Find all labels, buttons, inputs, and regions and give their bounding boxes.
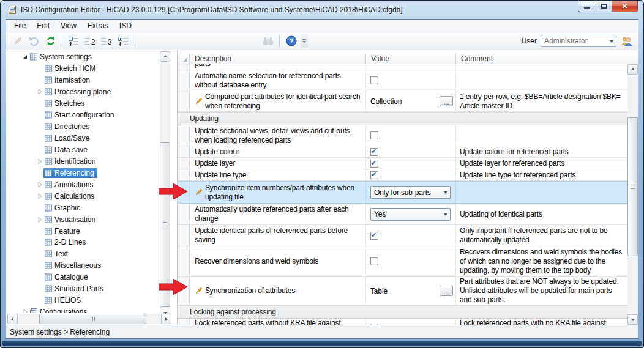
- checkbox-unchecked[interactable]: [370, 76, 378, 84]
- checkbox-checked[interactable]: [370, 232, 378, 240]
- tree-item-configurations[interactable]: Configurations: [6, 306, 159, 313]
- tree-item-itemisation[interactable]: Itemisation: [6, 75, 159, 86]
- collapse-all-button[interactable]: [66, 34, 81, 48]
- row-indicator[interactable]: [178, 169, 190, 180]
- menu-edit[interactable]: Edit: [31, 20, 55, 31]
- checkbox-unchecked[interactable]: [370, 324, 378, 325]
- checkbox-unchecked[interactable]: [370, 257, 378, 265]
- row-indicator[interactable]: [178, 125, 190, 146]
- user-switch-icon[interactable]: [620, 36, 633, 46]
- tree-collapsed-icon[interactable]: [36, 157, 43, 165]
- row-indicator[interactable]: [178, 91, 190, 111]
- column-header-comment[interactable]: Comment: [456, 53, 638, 64]
- tree-item-directories[interactable]: Directories: [6, 121, 159, 133]
- find-button[interactable]: [260, 34, 275, 48]
- user-select[interactable]: Administrator: [541, 35, 616, 47]
- maximize-button[interactable]: [596, 1, 612, 12]
- table-row-automatic-name-selection-for-referenced-[interactable]: Automatic name selection for referenced …: [178, 70, 627, 91]
- tree-item-start-configuration[interactable]: Start configuration: [6, 109, 159, 121]
- row-indicator[interactable]: [178, 319, 190, 325]
- menu-isd[interactable]: ISD: [114, 20, 137, 31]
- tree-collapsed-icon[interactable]: [36, 180, 43, 188]
- tree-expanded-icon[interactable]: [21, 53, 29, 61]
- tree-item-processing-plane[interactable]: Processing plane: [6, 86, 159, 98]
- table-row-update-colour[interactable]: Update colourUpdate colour for reference…: [178, 146, 627, 158]
- tree-item-helios[interactable]: HELiOS: [6, 295, 159, 306]
- menu-extras[interactable]: Extras: [82, 20, 114, 31]
- table-row-automatically-update-referenced-parts-af[interactable]: Automatically update referenced parts af…: [178, 204, 627, 225]
- row-indicator[interactable]: [178, 225, 190, 246]
- row-indicator[interactable]: [178, 158, 190, 169]
- table-row-parts[interactable]: parts: [178, 64, 627, 70]
- value-dropdown[interactable]: Only for sub-parts: [370, 186, 451, 199]
- row-indicator[interactable]: [178, 64, 190, 70]
- tree-item-load-save[interactable]: Load/Save: [6, 133, 159, 144]
- tree-item-visualisation[interactable]: Visualisation: [6, 213, 159, 225]
- close-button[interactable]: ✕: [612, 1, 638, 12]
- dropdown-button[interactable]: [441, 209, 450, 220]
- tree-item-sketch-hcm[interactable]: Sketch HCM: [6, 63, 159, 75]
- scroll-down-button[interactable]: [627, 314, 638, 325]
- expand-level-2-button[interactable]: 2: [83, 34, 98, 48]
- scrollbar-thumb[interactable]: [160, 142, 170, 307]
- tree-item-2-d-lines[interactable]: 2-D Lines: [6, 237, 159, 248]
- help-button[interactable]: ?: [283, 34, 299, 48]
- table-row-update-layer[interactable]: Update layerUpdate layer for referenced …: [178, 158, 627, 169]
- expand-all-button[interactable]: [116, 34, 131, 48]
- row-indicator[interactable]: [178, 182, 190, 203]
- tree-horizontal-scrollbar[interactable]: [7, 314, 171, 324]
- tree-item-feature[interactable]: Feature: [6, 225, 159, 237]
- scroll-up-button[interactable]: [160, 51, 170, 62]
- scroll-up-button[interactable]: [627, 64, 638, 75]
- tree-item-referencing[interactable]: Referencing: [6, 167, 159, 179]
- tree-item-data-save[interactable]: Data save: [6, 144, 159, 156]
- row-indicator[interactable]: [178, 277, 190, 305]
- table-row-synchronization-of-attributes[interactable]: Synchronization of attributesTable...Par…: [178, 277, 627, 305]
- tree-collapsed-icon[interactable]: [36, 192, 43, 200]
- tree-collapsed-icon[interactable]: [36, 88, 43, 96]
- scrollbar-thumb[interactable]: [627, 117, 638, 256]
- toolbar-overflow-button[interactable]: [301, 34, 308, 48]
- row-indicator[interactable]: [178, 246, 190, 276]
- titlebar[interactable]: ISD Configuration Editor - HiCAD 23.0.0.…: [1, 1, 643, 19]
- scroll-right-button[interactable]: [161, 314, 171, 324]
- table-row-lock-referenced-parts-without-kra-file-a[interactable]: Lock referenced parts without KRA file a…: [178, 319, 627, 325]
- grid-corner-header[interactable]: [178, 53, 190, 64]
- value-ellipsis-button[interactable]: ...: [440, 96, 453, 106]
- tree-item-miscellaneous[interactable]: Miscellaneous: [6, 260, 159, 272]
- tree-item-standard-parts[interactable]: Standard Parts: [6, 283, 159, 295]
- table-row-synchronize-item-numbers-part-attributes[interactable]: Synchronize item numbers/part attributes…: [178, 181, 627, 204]
- user-select-button[interactable]: [607, 35, 616, 46]
- table-row-compared-part-attributes-for-identical-p[interactable]: Compared part attributes for identical p…: [178, 91, 627, 112]
- row-indicator[interactable]: [178, 70, 190, 91]
- row-indicator[interactable]: [178, 204, 190, 224]
- tree-item-annotations[interactable]: Annotations: [6, 179, 159, 190]
- table-row-update-line-type[interactable]: Update line typeUpdate line type for ref…: [178, 169, 627, 181]
- tree-item-calculations[interactable]: Calculations: [6, 190, 159, 202]
- checkbox-checked[interactable]: [370, 171, 378, 179]
- tree-item-graphic[interactable]: Graphic: [6, 202, 159, 213]
- checkbox-checked[interactable]: [370, 148, 378, 156]
- table-row-recover-dimensions-and-weld-symbols[interactable]: Recover dimensions and weld symbolsRecov…: [178, 246, 627, 277]
- value-dropdown[interactable]: Yes: [370, 208, 451, 221]
- column-header-description[interactable]: Description: [190, 53, 366, 64]
- refresh-button[interactable]: [43, 34, 58, 48]
- scroll-left-button[interactable]: [7, 314, 18, 324]
- edit-value-button[interactable]: [10, 34, 25, 48]
- dropdown-button[interactable]: [441, 187, 450, 198]
- tree-item-identification[interactable]: Identification: [6, 155, 159, 167]
- tree-item-system-settings[interactable]: System settings: [6, 51, 159, 63]
- tree-collapsed-icon[interactable]: [21, 308, 29, 313]
- column-header-value[interactable]: Value: [366, 53, 456, 64]
- checkbox-unchecked[interactable]: [370, 131, 378, 139]
- table-row-update-identical-parts-of-referenced-par[interactable]: Update identical parts of referenced par…: [178, 225, 627, 246]
- scrollbar-thumb[interactable]: [39, 314, 146, 324]
- menu-file[interactable]: File: [9, 20, 31, 31]
- tree-item-text[interactable]: Text: [6, 248, 159, 260]
- tree-collapsed-icon[interactable]: [36, 215, 43, 223]
- tree-vertical-scrollbar[interactable]: [160, 51, 170, 318]
- table-row-update-sectional-views-detail-views-and-[interactable]: Update sectional views, detail views and…: [178, 125, 627, 146]
- tree-item-sketches[interactable]: Sketches: [6, 98, 159, 109]
- value-ellipsis-button[interactable]: ...: [440, 286, 453, 296]
- checkbox-checked[interactable]: [370, 160, 378, 168]
